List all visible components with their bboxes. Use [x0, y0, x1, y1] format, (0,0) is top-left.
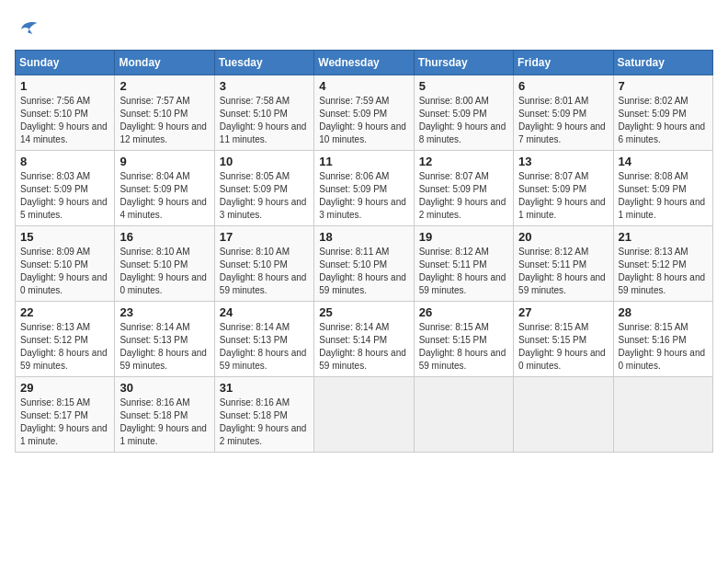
day-info: Sunrise: 8:10 AMSunset: 5:10 PMDaylight:…: [119, 246, 209, 297]
calendar-cell: [514, 377, 613, 453]
day-number: 26: [419, 305, 508, 319]
page-header: [15, 15, 713, 40]
calendar-cell: [414, 377, 513, 453]
calendar-cell: 3Sunrise: 7:58 AMSunset: 5:10 PMDaylight…: [214, 75, 313, 151]
day-info: Sunrise: 8:06 AMSunset: 5:09 PMDaylight:…: [319, 170, 408, 222]
day-number: 21: [619, 230, 708, 244]
day-info: Sunrise: 8:14 AMSunset: 5:14 PMDaylight:…: [319, 321, 408, 373]
calendar-cell: [613, 377, 712, 453]
logo: [15, 15, 44, 40]
day-number: 1: [20, 79, 109, 93]
day-number: 24: [220, 305, 309, 319]
calendar-header: SundayMondayTuesdayWednesdayThursdayFrid…: [16, 51, 713, 75]
calendar-cell: 13Sunrise: 8:07 AMSunset: 5:09 PMDayligh…: [514, 151, 613, 226]
day-number: 7: [619, 79, 708, 93]
day-info: Sunrise: 8:03 AMSunset: 5:09 PMDaylight:…: [20, 170, 109, 222]
day-number: 8: [20, 155, 109, 168]
day-info: Sunrise: 8:00 AMSunset: 5:09 PMDaylight:…: [419, 95, 508, 146]
day-info: Sunrise: 8:15 AMSunset: 5:15 PMDaylight:…: [518, 321, 608, 373]
day-number: 15: [20, 230, 109, 244]
calendar-week-2: 8Sunrise: 8:03 AMSunset: 5:09 PMDaylight…: [16, 151, 713, 226]
calendar-cell: 5Sunrise: 8:00 AMSunset: 5:09 PMDaylight…: [414, 75, 513, 151]
day-info: Sunrise: 8:15 AMSunset: 5:17 PMDaylight:…: [20, 396, 109, 448]
calendar-cell: 29Sunrise: 8:15 AMSunset: 5:17 PMDayligh…: [16, 377, 115, 453]
header-tuesday: Tuesday: [214, 51, 313, 75]
calendar-cell: 20Sunrise: 8:12 AMSunset: 5:11 PMDayligh…: [514, 226, 613, 302]
calendar-week-5: 29Sunrise: 8:15 AMSunset: 5:17 PMDayligh…: [16, 377, 713, 453]
header-wednesday: Wednesday: [314, 51, 414, 75]
calendar-cell: 15Sunrise: 8:09 AMSunset: 5:10 PMDayligh…: [16, 226, 115, 302]
header-friday: Friday: [514, 51, 613, 75]
day-number: 19: [419, 230, 508, 244]
day-number: 2: [119, 79, 209, 93]
day-info: Sunrise: 8:02 AMSunset: 5:09 PMDaylight:…: [619, 95, 708, 146]
day-info: Sunrise: 7:58 AMSunset: 5:10 PMDaylight:…: [220, 95, 309, 146]
calendar-cell: 7Sunrise: 8:02 AMSunset: 5:09 PMDaylight…: [613, 75, 712, 151]
day-info: Sunrise: 8:16 AMSunset: 5:18 PMDaylight:…: [119, 396, 209, 448]
day-number: 25: [319, 305, 408, 319]
day-number: 5: [419, 79, 508, 93]
day-number: 22: [20, 305, 109, 319]
calendar-cell: 17Sunrise: 8:10 AMSunset: 5:10 PMDayligh…: [214, 226, 313, 302]
day-number: 11: [319, 155, 408, 168]
day-number: 14: [619, 155, 708, 168]
day-info: Sunrise: 8:09 AMSunset: 5:10 PMDaylight:…: [20, 246, 109, 297]
calendar-week-1: 1Sunrise: 7:56 AMSunset: 5:10 PMDaylight…: [16, 75, 713, 151]
day-number: 27: [518, 305, 608, 319]
day-info: Sunrise: 8:14 AMSunset: 5:13 PMDaylight:…: [119, 321, 209, 373]
calendar-cell: 8Sunrise: 8:03 AMSunset: 5:09 PMDaylight…: [16, 151, 115, 226]
day-info: Sunrise: 8:05 AMSunset: 5:09 PMDaylight:…: [220, 170, 309, 222]
header-monday: Monday: [115, 51, 214, 75]
calendar-cell: 2Sunrise: 7:57 AMSunset: 5:10 PMDaylight…: [115, 75, 214, 151]
day-info: Sunrise: 7:56 AMSunset: 5:10 PMDaylight:…: [20, 95, 109, 146]
calendar-cell: 26Sunrise: 8:15 AMSunset: 5:15 PMDayligh…: [414, 302, 513, 377]
day-info: Sunrise: 8:07 AMSunset: 5:09 PMDaylight:…: [419, 170, 508, 222]
calendar-cell: 28Sunrise: 8:15 AMSunset: 5:16 PMDayligh…: [613, 302, 712, 377]
day-info: Sunrise: 8:14 AMSunset: 5:13 PMDaylight:…: [220, 321, 309, 373]
day-number: 23: [119, 305, 209, 319]
day-number: 31: [220, 381, 309, 395]
calendar-cell: 30Sunrise: 8:16 AMSunset: 5:18 PMDayligh…: [115, 377, 214, 453]
day-number: 30: [119, 381, 209, 395]
day-number: 17: [220, 230, 309, 244]
calendar-cell: 14Sunrise: 8:08 AMSunset: 5:09 PMDayligh…: [613, 151, 712, 226]
day-number: 6: [518, 79, 608, 93]
day-info: Sunrise: 7:59 AMSunset: 5:09 PMDaylight:…: [319, 95, 408, 146]
calendar-cell: 12Sunrise: 8:07 AMSunset: 5:09 PMDayligh…: [414, 151, 513, 226]
day-number: 12: [419, 155, 508, 168]
day-info: Sunrise: 8:08 AMSunset: 5:09 PMDaylight:…: [619, 170, 708, 222]
day-number: 4: [319, 79, 408, 93]
day-number: 16: [119, 230, 209, 244]
day-number: 3: [220, 79, 309, 93]
day-info: Sunrise: 7:57 AMSunset: 5:10 PMDaylight:…: [119, 95, 209, 146]
day-info: Sunrise: 8:01 AMSunset: 5:09 PMDaylight:…: [518, 95, 608, 146]
calendar-week-3: 15Sunrise: 8:09 AMSunset: 5:10 PMDayligh…: [16, 226, 713, 302]
calendar-cell: 19Sunrise: 8:12 AMSunset: 5:11 PMDayligh…: [414, 226, 513, 302]
calendar-cell: 25Sunrise: 8:14 AMSunset: 5:14 PMDayligh…: [314, 302, 414, 377]
day-info: Sunrise: 8:10 AMSunset: 5:10 PMDaylight:…: [220, 246, 309, 297]
day-number: 9: [119, 155, 209, 168]
calendar-cell: 24Sunrise: 8:14 AMSunset: 5:13 PMDayligh…: [214, 302, 313, 377]
day-info: Sunrise: 8:11 AMSunset: 5:10 PMDaylight:…: [319, 246, 408, 297]
day-number: 13: [518, 155, 608, 168]
header-row: SundayMondayTuesdayWednesdayThursdayFrid…: [16, 51, 713, 75]
day-info: Sunrise: 8:15 AMSunset: 5:16 PMDaylight:…: [619, 321, 708, 373]
calendar-cell: 10Sunrise: 8:05 AMSunset: 5:09 PMDayligh…: [214, 151, 313, 226]
calendar-cell: 31Sunrise: 8:16 AMSunset: 5:18 PMDayligh…: [214, 377, 313, 453]
calendar-cell: 16Sunrise: 8:10 AMSunset: 5:10 PMDayligh…: [115, 226, 214, 302]
header-thursday: Thursday: [414, 51, 513, 75]
calendar-cell: 9Sunrise: 8:04 AMSunset: 5:09 PMDaylight…: [115, 151, 214, 226]
day-info: Sunrise: 8:12 AMSunset: 5:11 PMDaylight:…: [518, 246, 608, 297]
calendar-week-4: 22Sunrise: 8:13 AMSunset: 5:12 PMDayligh…: [16, 302, 713, 377]
calendar-cell: 22Sunrise: 8:13 AMSunset: 5:12 PMDayligh…: [16, 302, 115, 377]
header-saturday: Saturday: [613, 51, 712, 75]
calendar-cell: 18Sunrise: 8:11 AMSunset: 5:10 PMDayligh…: [314, 226, 414, 302]
calendar-table: SundayMondayTuesdayWednesdayThursdayFrid…: [15, 50, 713, 453]
logo-icon: [15, 15, 40, 40]
day-number: 18: [319, 230, 408, 244]
day-number: 29: [20, 381, 109, 395]
day-number: 20: [518, 230, 608, 244]
calendar-cell: [314, 377, 414, 453]
header-sunday: Sunday: [16, 51, 115, 75]
day-number: 10: [220, 155, 309, 168]
